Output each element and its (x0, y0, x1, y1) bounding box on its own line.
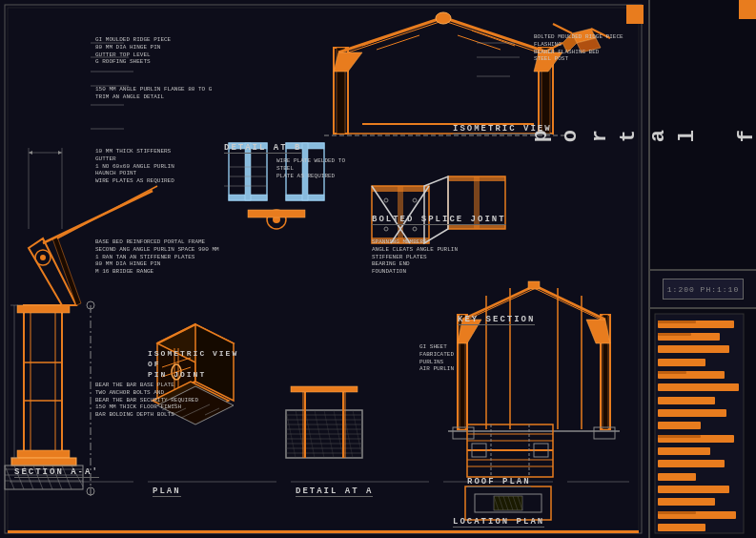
annotation-left-2: 150 MM ANGLE PURLIN FLANGE 80 TO G TRIM … (95, 86, 212, 101)
key-section-label: KEY SECTION (458, 315, 535, 325)
svg-rect-192 (658, 359, 705, 366)
svg-rect-194 (658, 371, 686, 374)
svg-rect-88 (528, 281, 540, 289)
svg-rect-64 (248, 210, 305, 217)
location-plan-label: LOCATION PLAN (453, 517, 544, 528)
title-panel: p o r t a l f r a m e (648, 0, 756, 271)
svg-rect-202 (658, 460, 725, 467)
svg-rect-31 (17, 305, 70, 313)
roof-plan-label: ROOF PLAN (467, 477, 531, 487)
scale-text: 1:200 PH:1:10 (667, 285, 739, 294)
decorative-stripes (648, 309, 756, 538)
annotation-left-1: GI MOULDED RIDGE PIECE 80 MM DIA HINGE P… (95, 36, 171, 66)
annotation-left-3: 10 MM THICK STIFFENERS GUTTER 1 NO 60x60… (95, 148, 174, 185)
svg-rect-203 (658, 473, 696, 481)
drawing-area: ISOMETRIC VIEW DETAIL AT B BOLTED SPLICE… (0, 0, 648, 538)
pin-joint-title: ISOMETRIC VIEWOFPIN JOINT (148, 348, 238, 381)
annotation-top-right: BOLTED MOULDED RIDGE PIECE FLASHING BEAR… (534, 33, 623, 63)
svg-point-14 (436, 12, 451, 24)
detail-at-a-label: DETAIL AT A (296, 486, 373, 497)
svg-rect-174 (8, 530, 639, 533)
svg-rect-197 (658, 409, 726, 417)
bolted-splice-joint-label: BOLTED SPLICE JOINT (372, 215, 506, 225)
svg-rect-188 (658, 321, 696, 323)
svg-rect-204 (658, 486, 729, 493)
annotation-center-detail: WIRE PLATE WELDED TO STEEL PLATE AS REQU… (276, 157, 362, 179)
orange-accent-top (739, 0, 756, 19)
annotation-key-section: GI SHEET FABRICATED PURLINS AIR PURLIN (419, 343, 454, 373)
section-aa-label: SECTION A-A' (14, 467, 99, 478)
svg-rect-200 (658, 435, 701, 438)
svg-rect-208 (658, 524, 705, 531)
svg-point-53 (40, 255, 46, 260)
annotation-bottom-left: BEAR THE BAR BASE PLATE TWO ANCHOR BOLTS… (95, 382, 198, 419)
svg-rect-196 (658, 397, 715, 404)
document-title: p o r t a l f r a m e (527, 127, 756, 142)
svg-rect-205 (658, 498, 715, 506)
detail-at-b-label: DETAIL AT B (224, 143, 301, 154)
svg-rect-201 (658, 447, 710, 455)
svg-rect-191 (658, 345, 729, 353)
svg-rect-195 (658, 383, 739, 391)
annotation-splice: SPANNING MEMBERS ANGLE CLEATS ANGLE PURL… (372, 238, 458, 276)
svg-rect-207 (658, 511, 696, 514)
plan-label: PLAN (153, 486, 181, 497)
annotation-left-4: BASE BED REINFORCED PORTAL FRAME SECOND … (95, 238, 219, 276)
scale-box: 1:200 PH:1:10 (663, 279, 744, 300)
svg-rect-137 (291, 386, 358, 392)
svg-rect-3 (626, 5, 644, 24)
right-sidebar: p o r t a l f r a m e 1:200 PH:1:10 (648, 0, 756, 538)
svg-rect-190 (658, 333, 691, 336)
scale-panel: 1:200 PH:1:10 (648, 271, 756, 309)
svg-rect-198 (658, 422, 701, 429)
svg-rect-39 (11, 458, 76, 466)
svg-rect-32 (17, 450, 70, 458)
